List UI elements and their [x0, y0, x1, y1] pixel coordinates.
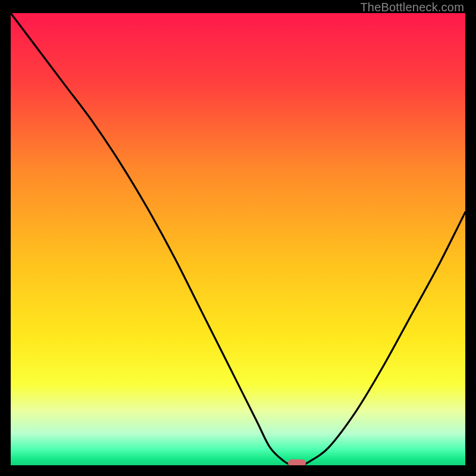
chart-frame: TheBottleneck.com: [0, 0, 476, 476]
bottleneck-curve: [11, 13, 465, 465]
optimal-point-marker: [288, 459, 306, 465]
watermark-text: TheBottleneck.com: [360, 1, 464, 14]
plot-area: [11, 13, 465, 465]
